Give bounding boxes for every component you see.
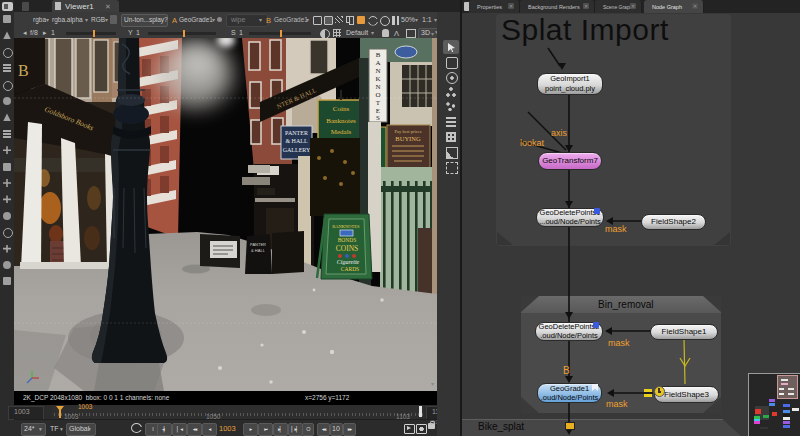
svg-text:Banknotes: Banknotes [326, 117, 356, 125]
svg-text:B: B [376, 51, 381, 59]
svg-text:CARDS: CARDS [341, 266, 359, 272]
svg-text:S: S [376, 114, 380, 122]
svg-text:N: N [375, 83, 380, 91]
svg-text:BUYING: BUYING [395, 135, 421, 142]
svg-text:Pay best prices: Pay best prices [395, 129, 422, 134]
svg-text:& HALL: & HALL [251, 248, 266, 253]
svg-text:N: N [375, 67, 380, 75]
svg-text:COINS: COINS [336, 244, 359, 253]
svg-text:PANTER: PANTER [285, 130, 308, 136]
svg-text:BONDS: BONDS [338, 237, 357, 243]
svg-text:BANKNOTES: BANKNOTES [332, 224, 360, 229]
svg-text:& HALL: & HALL [285, 138, 307, 144]
svg-text:Cigarette: Cigarette [337, 259, 360, 265]
svg-text:PANTER: PANTER [250, 242, 266, 247]
svg-text:A: A [375, 59, 380, 67]
svg-text:B: B [18, 62, 29, 79]
svg-text:Coins: Coins [333, 105, 350, 113]
svg-text:T: T [376, 99, 381, 107]
svg-text:K: K [375, 75, 380, 83]
svg-text:GALLERY: GALLERY [283, 147, 311, 153]
svg-text:Medals: Medals [331, 128, 352, 136]
